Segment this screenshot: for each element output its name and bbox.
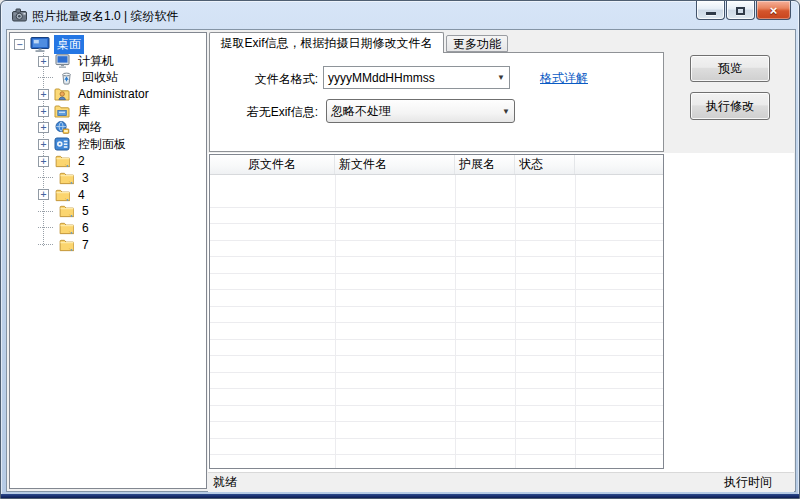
tree-item-label: 3 — [79, 170, 92, 186]
expand-icon[interactable]: + — [38, 189, 49, 200]
window-controls: × — [695, 1, 791, 20]
maximize-button[interactable] — [726, 1, 755, 20]
folder-icon — [57, 220, 75, 235]
tree-item-folder-3[interactable]: 3 — [10, 170, 206, 187]
column-header-2[interactable]: 新文件名 — [335, 155, 455, 174]
control-panel-icon — [53, 137, 71, 152]
tree-item-folder-2[interactable]: +2 — [10, 153, 206, 170]
expand-icon[interactable]: + — [38, 156, 49, 167]
client-area: −桌面+计算机回收站+Administrator+库+网络+控制面板+23+45… — [6, 29, 796, 492]
expand-icon[interactable]: + — [38, 122, 49, 133]
filename-format-combo[interactable]: yyyyMMddHHmmss ▼ — [323, 66, 510, 89]
filename-format-value: yyyyMMddHHmmss — [324, 71, 493, 85]
status-bar: 就绪 执行时间 — [208, 472, 794, 492]
tree-item-label: 控制面板 — [75, 135, 129, 154]
tree-item-computer[interactable]: +计算机 — [10, 53, 206, 70]
tree-item-label: 4 — [75, 187, 88, 203]
column-header-4[interactable]: 状态 — [515, 155, 575, 174]
tree-connector — [38, 177, 53, 178]
expand-icon[interactable]: + — [38, 89, 49, 100]
tree-item-label: 5 — [79, 203, 92, 219]
table-body — [210, 175, 663, 469]
tab-exif-rename[interactable]: 提取Exif信息，根据拍摄日期修改文件名 — [209, 32, 444, 53]
tab-more-features[interactable]: 更多功能 — [446, 35, 508, 52]
tree-connector — [38, 244, 53, 245]
folder-icon — [57, 204, 75, 219]
recycle-bin-icon — [57, 70, 75, 85]
no-exif-combo[interactable]: 忽略不处理 ▼ — [326, 99, 515, 123]
minimize-icon — [706, 12, 716, 15]
tree-item-folder-4[interactable]: +4 — [10, 186, 206, 203]
tree-item-folder-6[interactable]: 6 — [10, 220, 206, 237]
column-grid-line — [575, 175, 576, 469]
expand-icon[interactable]: + — [38, 56, 49, 67]
libraries-icon — [53, 104, 71, 119]
no-exif-label: 若无Exif信息: — [218, 104, 318, 121]
tree-connector — [38, 211, 53, 212]
tree-item-label: 7 — [79, 237, 92, 253]
column-grid-line — [455, 175, 456, 469]
chevron-down-icon: ▼ — [498, 107, 514, 116]
collapse-icon[interactable]: − — [14, 39, 25, 50]
tree-item-administrator[interactable]: +Administrator — [10, 86, 206, 103]
column-header-5[interactable] — [575, 155, 664, 174]
exif-rename-panel: 文件名格式: yyyyMMddHHmmss ▼ 格式详解 若无Exif信息: 忽… — [209, 52, 664, 152]
folder-icon — [53, 187, 71, 202]
no-exif-value: 忽略不处理 — [327, 103, 498, 120]
tree-connector — [38, 77, 53, 78]
tree-item-label: 回收站 — [79, 68, 121, 87]
tree-item-desktop[interactable]: −桌面 — [10, 36, 206, 53]
column-header-3[interactable]: 护展名 — [455, 155, 515, 174]
execution-time-label: 执行时间 — [724, 474, 794, 491]
folder-icon — [57, 170, 75, 185]
tree-item-control-panel[interactable]: +控制面板 — [10, 136, 206, 153]
status-text: 就绪 — [208, 474, 724, 491]
folder-icon — [57, 237, 75, 252]
preview-button[interactable]: 预览 — [690, 55, 770, 82]
filename-format-label: 文件名格式: — [218, 71, 318, 88]
tree-item-label: 6 — [79, 220, 92, 236]
title-bar[interactable]: 照片批量改名1.0 | 缤纷软件 × — [1, 1, 799, 29]
close-button[interactable]: × — [756, 1, 791, 20]
column-grid-line — [335, 175, 336, 469]
camera-icon[interactable] — [12, 8, 28, 22]
maximize-icon — [736, 7, 745, 15]
window-title: 照片批量改名1.0 | 缤纷软件 — [32, 8, 178, 25]
folder-tree: −桌面+计算机回收站+Administrator+库+网络+控制面板+23+45… — [9, 32, 207, 489]
column-grid-line — [515, 175, 516, 469]
tree-item-network[interactable]: +网络 — [10, 119, 206, 136]
close-icon: × — [770, 2, 778, 19]
tree-item-folder-7[interactable]: 7 — [10, 236, 206, 253]
tree-item-label: 2 — [75, 153, 88, 169]
network-icon — [53, 120, 71, 135]
user-folder-icon — [53, 87, 71, 102]
tree-item-label: Administrator — [75, 86, 152, 102]
computer-icon — [53, 54, 71, 69]
chevron-down-icon: ▼ — [493, 73, 509, 82]
expand-icon[interactable]: + — [38, 106, 49, 117]
file-table: 原文件名新文件名护展名状态 — [209, 154, 664, 469]
table-header-row: 原文件名新文件名护展名状态 — [210, 155, 663, 175]
column-header-1[interactable]: 原文件名 — [210, 155, 335, 174]
tree-item-libraries[interactable]: +库 — [10, 103, 206, 120]
tree-item-recycle-bin[interactable]: 回收站 — [10, 69, 206, 86]
execute-rename-button[interactable]: 执行修改 — [690, 92, 770, 120]
tree-connector — [38, 227, 53, 228]
app-window: 照片批量改名1.0 | 缤纷软件 × −桌面+计算机回收站+Administra… — [0, 0, 800, 499]
expand-icon[interactable]: + — [38, 139, 49, 150]
window-bottom-frame — [1, 494, 799, 498]
format-help-link[interactable]: 格式详解 — [540, 70, 588, 87]
minimize-button[interactable] — [696, 1, 725, 20]
desktop-icon — [29, 37, 50, 52]
folder-icon — [53, 154, 71, 169]
tree-item-folder-5[interactable]: 5 — [10, 203, 206, 220]
